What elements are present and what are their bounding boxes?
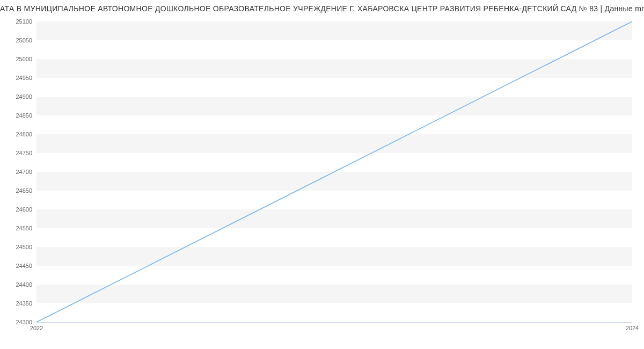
chart-container: АТА В МУНИЦИПАЛЬНОЕ АВТОНОМНОЕ ДОШКОЛЬНО… [0,0,644,349]
y-tick-label: 24350 [5,300,32,307]
y-tick-label: 25100 [5,18,32,25]
y-tick-label: 24900 [5,93,32,100]
y-tick-label: 24850 [5,112,32,119]
y-tick-label: 24650 [5,187,32,194]
y-tick-label: 24300 [5,319,32,325]
x-tick-label: 2022 [30,325,43,331]
y-tick-label: 25050 [5,37,32,43]
y-tick-label: 24700 [5,169,32,175]
y-tick-label: 24550 [5,225,32,231]
plot-area [36,21,632,323]
y-tick-label: 24800 [5,131,32,137]
chart-title: АТА В МУНИЦИПАЛЬНОЕ АВТОНОМНОЕ ДОШКОЛЬНО… [0,4,644,13]
y-tick-label: 24400 [5,281,32,288]
y-tick-label: 24950 [5,75,32,81]
x-tick-label: 2024 [626,325,639,331]
y-tick-label: 24600 [5,206,32,213]
series-line [36,21,632,322]
y-tick-label: 24450 [5,263,32,269]
chart-line-layer [36,21,632,322]
y-tick-label: 24500 [5,244,32,250]
y-tick-label: 24750 [5,150,32,156]
y-tick-label: 25000 [5,56,32,62]
